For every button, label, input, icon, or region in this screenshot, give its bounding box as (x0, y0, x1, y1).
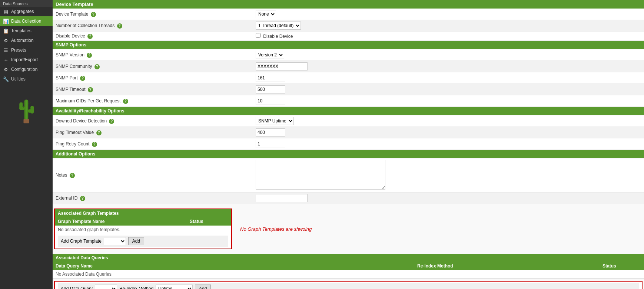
sidebar: Data Sources ▤ Aggregates 📊 Data Collect… (0, 0, 53, 289)
disable-device-checkbox[interactable] (256, 33, 260, 38)
add-graph-template-select[interactable] (104, 237, 126, 245)
disable-device-label: Disable Device ? (53, 32, 253, 41)
disable-device-help[interactable]: ? (87, 34, 93, 39)
no-data-queries-row: No Associated Data Queries. (53, 270, 644, 279)
disable-device-row: Disable Device ? Disable Device (53, 32, 644, 41)
snmp-community-help[interactable]: ? (94, 64, 100, 69)
notes-value (253, 158, 644, 193)
data-query-reindex-col: Re-Index Method (414, 262, 600, 270)
ping-retry-help[interactable]: ? (92, 142, 97, 147)
data-queries-header: Associated Data Queries (53, 254, 644, 262)
sidebar-item-templates[interactable]: 📋 Templates (0, 26, 53, 36)
ping-timeout-help[interactable]: ? (96, 130, 102, 135)
aggregates-icon: ▤ (3, 9, 9, 14)
ping-retry-label: Ping Retry Count ? (53, 138, 253, 150)
sidebar-item-utilities[interactable]: 🔧 Utilities (0, 74, 53, 84)
add-data-query-button[interactable]: Add (195, 285, 211, 289)
svg-line-6 (28, 102, 30, 104)
snmp-timeout-input[interactable] (256, 85, 285, 93)
snmp-port-label: SNMP Port ? (53, 72, 253, 84)
collection-threads-label: Number of Collection Threads ? (53, 20, 253, 32)
collection-threads-select[interactable]: 1 Thread (default) (256, 22, 301, 30)
external-id-label: External ID ? (53, 193, 253, 204)
external-id-help[interactable]: ? (80, 196, 85, 201)
snmp-timeout-help[interactable]: ? (88, 87, 93, 92)
device-template-help[interactable]: ? (91, 12, 96, 17)
snmp-port-row: SNMP Port ? (53, 72, 644, 84)
device-template-value: None (253, 9, 644, 20)
sidebar-item-aggregates[interactable]: ▤ Aggregates (0, 7, 53, 16)
snmp-version-select[interactable]: Version 2 (256, 51, 284, 59)
snmp-port-help[interactable]: ? (80, 76, 85, 81)
add-data-query-controls: Add Data Query Re-Index Method Uptime Ad… (58, 283, 639, 289)
sidebar-item-aggregates-label: Aggregates (11, 9, 34, 14)
sidebar-item-data-collection[interactable]: 📊 Data Collection (0, 16, 53, 26)
ping-retry-value (253, 138, 644, 150)
device-form: Device Template ? None Number of Collect… (53, 9, 644, 204)
disable-device-checkbox-label: Disable Device (263, 34, 293, 39)
associated-sections-row: Associated Graph Templates Graph Templat… (53, 206, 644, 252)
notes-label: Notes ? (53, 158, 253, 193)
configuration-icon: ⚙ (3, 66, 9, 72)
notes-help[interactable]: ? (70, 173, 75, 178)
device-template-select[interactable]: None (256, 10, 276, 18)
add-graph-template-row: Add Graph Template Add (55, 234, 231, 249)
snmp-timeout-value (253, 84, 644, 95)
collection-threads-help[interactable]: ? (117, 23, 122, 29)
downed-device-row: Downed Device Detection ? SNMP Uptime (53, 115, 644, 127)
no-graph-templates-text: No associated graph templates. (55, 226, 231, 234)
sidebar-section-data-sources: Data Sources (0, 0, 53, 7)
sidebar-item-automation[interactable]: ⚙ Automation (0, 36, 53, 45)
graph-templates-table: Graph Template Name Status No associated… (55, 217, 231, 249)
ping-timeout-input[interactable] (256, 128, 285, 137)
graph-templates-section: Associated Graph Templates Graph Templat… (54, 208, 232, 249)
max-oids-row: Maximum OIDs Per Get Request ? (53, 95, 644, 107)
downed-device-help[interactable]: ? (109, 119, 114, 124)
add-graph-template-label: Add Graph Template (61, 239, 102, 244)
availability-header-row: Availability/Reachability Options (53, 107, 644, 115)
data-query-status-col: Status (600, 262, 644, 270)
add-data-query-select[interactable] (95, 285, 117, 289)
snmp-port-input[interactable] (256, 74, 285, 82)
notes-row: Notes ? (53, 158, 644, 193)
svg-rect-2 (19, 102, 23, 110)
sidebar-item-presets[interactable]: ☰ Presets (0, 45, 53, 55)
sidebar-item-import-export[interactable]: ↔ Import/Export (0, 55, 53, 65)
snmp-options-header-row: SNMP Options (53, 41, 644, 49)
downed-device-select[interactable]: SNMP Uptime (256, 117, 294, 125)
max-oids-help[interactable]: ? (123, 99, 128, 104)
templates-icon: 📋 (3, 28, 9, 34)
reindex-method-select[interactable]: Uptime (156, 285, 193, 289)
sidebar-item-import-export-label: Import/Export (11, 57, 38, 62)
max-oids-input[interactable] (256, 97, 285, 105)
ping-retry-input[interactable] (256, 140, 285, 148)
graph-templates-header: Associated Graph Templates (55, 209, 231, 217)
snmp-timeout-row: SNMP Timeout ? (53, 84, 644, 95)
no-graph-templates-msg-container: No Graph Templates are shwoing (237, 206, 644, 252)
snmp-community-input[interactable] (256, 62, 308, 70)
add-graph-template-controls: Add Graph Template Add (58, 236, 228, 247)
ping-retry-row: Ping Retry Count ? (53, 138, 644, 150)
collection-threads-row: Number of Collection Threads ? 1 Thread … (53, 20, 644, 32)
snmp-options-header: SNMP Options (53, 41, 644, 49)
main-content: Device Template Device Template ? None N… (53, 0, 644, 289)
add-graph-template-button[interactable]: Add (128, 237, 144, 245)
external-id-input[interactable] (256, 194, 308, 202)
ping-timeout-value (253, 127, 644, 138)
svg-rect-8 (24, 119, 29, 123)
snmp-version-row: SNMP Version ? Version 2 (53, 49, 644, 61)
snmp-port-value (253, 72, 644, 84)
snmp-timeout-label: SNMP Timeout ? (53, 84, 253, 95)
sidebar-item-configuration[interactable]: ⚙ Configuration (0, 65, 53, 74)
graph-template-name-col: Graph Template Name (55, 217, 187, 226)
svg-rect-9 (26, 100, 27, 120)
snmp-version-help[interactable]: ? (87, 53, 92, 58)
additional-options-header: Additional Options (53, 150, 644, 158)
utilities-icon: 🔧 (3, 76, 9, 82)
device-template-label: Device Template ? (53, 9, 253, 20)
import-export-icon: ↔ (3, 57, 9, 63)
sidebar-item-templates-label: Templates (11, 28, 31, 33)
notes-textarea[interactable] (256, 160, 385, 190)
automation-icon: ⚙ (3, 37, 9, 43)
collection-threads-value: 1 Thread (default) (253, 20, 644, 32)
